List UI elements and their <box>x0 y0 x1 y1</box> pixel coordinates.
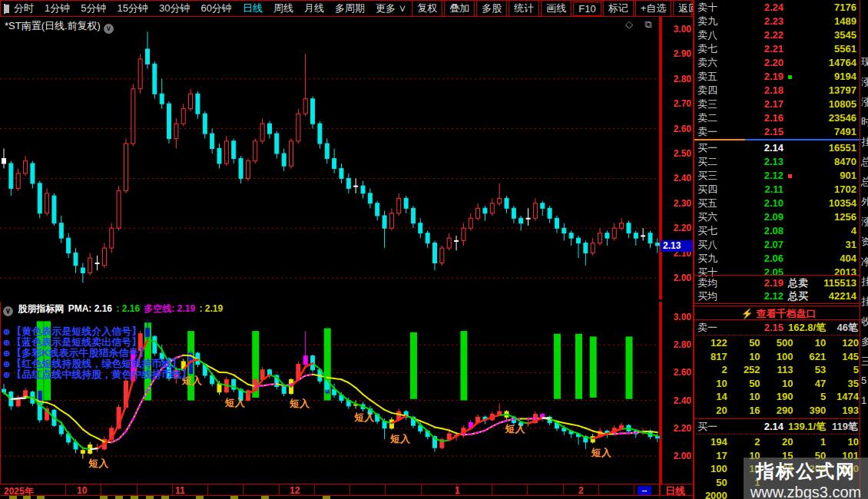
range-box[interactable]: -- <box>638 486 651 495</box>
sell-row[interactable]: 卖二2.1623546 <box>694 111 861 125</box>
order-row-volume: 7491 <box>787 125 856 139</box>
detail-head-count: 119笔 <box>832 421 858 433</box>
period-tab-30分钟[interactable]: 30分钟 <box>154 2 195 15</box>
buy-row[interactable]: 买七2.084 <box>694 224 861 238</box>
detail-cell: 10 <box>727 350 760 364</box>
detail-cell: 113 <box>760 363 793 377</box>
buy-row[interactable]: 买二2.138470 <box>694 155 861 169</box>
buy-row[interactable]: 买九2.06404 <box>694 252 861 266</box>
order-row-label: 卖一 <box>697 125 717 139</box>
detail-head-per: 162.8/笔 <box>788 322 826 334</box>
clipped-char: 时 <box>861 115 868 129</box>
sell-detail-header: 卖一2.15162.8/笔46笔 <box>694 322 861 334</box>
indicator-chevron-icon[interactable]: ∨ <box>3 306 13 316</box>
detail-cell: 5 <box>826 363 859 377</box>
tool-button-多股[interactable]: 多股 <box>476 0 507 17</box>
tool-button-叠加[interactable]: 叠加 <box>444 0 475 17</box>
period-tab-分时[interactable]: 分时 <box>8 2 39 15</box>
order-row-label: 买二 <box>697 155 717 169</box>
lightning-icon: ⚡ <box>741 308 754 319</box>
order-row-price: 2.19 <box>739 70 784 84</box>
axis-tick: 2.40 <box>674 395 691 406</box>
period-tab-5分钟[interactable]: 5分钟 <box>75 2 111 15</box>
title-chevron-icon[interactable]: ∨ <box>104 24 114 34</box>
tool-button-+自选[interactable]: +自选 <box>635 0 672 17</box>
buy-row[interactable]: 买五2.1010354 <box>694 197 861 210</box>
qiandang-text: 查看千档盘口 <box>756 308 816 319</box>
buy-row[interactable]: 买六2.091256 <box>694 210 861 224</box>
current-price-tag: 2.13 <box>661 240 693 252</box>
signal-label: 短入 <box>224 397 246 408</box>
main-candle-chart[interactable] <box>0 17 661 299</box>
detail-head-price: 2.15 <box>739 322 784 334</box>
sell-row[interactable]: 卖一2.157491 <box>694 125 861 139</box>
stock-title: *ST南置(日线.前复权)∨ <box>5 19 114 34</box>
axis-tick-mark <box>137 484 137 496</box>
order-row-volume: 23546 <box>787 111 856 125</box>
period-tab-多周期[interactable]: 多周期 <box>330 2 370 15</box>
period-tab-15分钟[interactable]: 15分钟 <box>111 2 153 15</box>
sell-row[interactable]: 卖五2.199194 <box>694 70 861 84</box>
clipped-mark <box>196 496 204 499</box>
clipped-edge-column: 现涨涨时挂总总外涨资净挂挂收多三51 <box>860 0 868 499</box>
buy-row[interactable]: 买三2.12901 <box>694 169 861 183</box>
detail-cell: 500 <box>760 336 793 350</box>
clipped-char: 挂 <box>861 295 868 309</box>
month-label: 12 <box>290 485 300 496</box>
axis-tick: 3.00 <box>674 24 691 35</box>
order-row-volume: 3545 <box>787 28 856 42</box>
clipped-mark <box>261 496 269 499</box>
dotted-separator <box>696 335 860 335</box>
qiandang-link[interactable]: ⚡ 查看千档盘口 <box>694 306 861 320</box>
sell-row[interactable]: 卖十2.247176 <box>694 1 861 15</box>
detail-head-per: 139.1/笔 <box>788 421 826 433</box>
sell-row[interactable]: 卖九2.231489 <box>694 15 861 28</box>
period-tab-1分钟[interactable]: 1分钟 <box>39 2 75 15</box>
period-tab-日线[interactable]: 日线 <box>237 2 268 15</box>
period-tab-60分钟[interactable]: 60分钟 <box>195 2 237 15</box>
clipped-char: 挂 <box>861 135 868 149</box>
clipped-mark <box>161 496 169 499</box>
sell-row[interactable]: 卖四2.1813797 <box>694 84 861 97</box>
sell-row[interactable]: 卖三2.1710805 <box>694 97 861 111</box>
axis-tick-mark <box>207 484 208 496</box>
weibi-bar <box>694 139 861 140</box>
indicator-price-axis: 3.002.802.602.402.202.00 <box>661 302 694 484</box>
window-panel-icon[interactable] <box>4 4 5 14</box>
period-tab-月线[interactable]: 月线 <box>299 2 330 15</box>
sell-row[interactable]: 卖八2.223545 <box>694 28 861 42</box>
tool-button-画线[interactable]: 画线 <box>541 0 571 17</box>
tool-button-标记[interactable]: 标记 <box>603 0 634 17</box>
signal-label: 短入 <box>353 411 375 423</box>
tool-button-F10[interactable]: F10 <box>573 2 601 16</box>
month-label: 1 <box>455 485 460 496</box>
axis-tick-mark <box>101 484 101 496</box>
axis-tick-mark <box>563 484 564 496</box>
order-row-price: 2.22 <box>739 28 784 42</box>
detail-cell: 10 <box>760 377 793 391</box>
period-tab-周线[interactable]: 周线 <box>268 2 299 15</box>
detail-cell: 50 <box>727 336 760 350</box>
chart-corner-icons[interactable]: ◇ ⧉ <box>625 18 657 31</box>
clipped-char: 净 <box>861 255 868 269</box>
order-row-price: 2.16 <box>739 111 784 125</box>
tool-button-复权[interactable]: 复权 <box>412 0 442 17</box>
indicator-chart[interactable]: 短入短入短入短入短入短入短入短入 <box>0 302 661 484</box>
dotted-separator <box>696 434 860 435</box>
signal-label: 短入 <box>591 447 612 458</box>
buy-row[interactable]: 买四2.111702 <box>694 183 861 197</box>
section-separator <box>694 275 861 276</box>
detail-cell: 290 <box>760 404 793 418</box>
detail-cell: 193 <box>826 404 859 418</box>
sell-row[interactable]: 卖六2.2014764 <box>694 56 861 70</box>
axis-tick-mark <box>385 484 386 496</box>
buy-row[interactable]: 买八2.0731 <box>694 238 861 252</box>
buy-one-row[interactable]: 买一2.1416551 <box>694 141 861 155</box>
axis-tick: 2.60 <box>674 124 691 134</box>
signal-label: 短入 <box>505 423 526 435</box>
avg-price: 2.12 <box>739 289 784 303</box>
period-tabs: 分时1分钟5分钟15分钟30分钟60分钟日线周线月线多周期更多 ∨ <box>8 2 412 15</box>
period-tab-更多 ∨[interactable]: 更多 ∨ <box>370 2 412 15</box>
tool-button-统计[interactable]: 统计 <box>509 0 539 17</box>
sell-row[interactable]: 卖七2.215561 <box>694 42 861 56</box>
